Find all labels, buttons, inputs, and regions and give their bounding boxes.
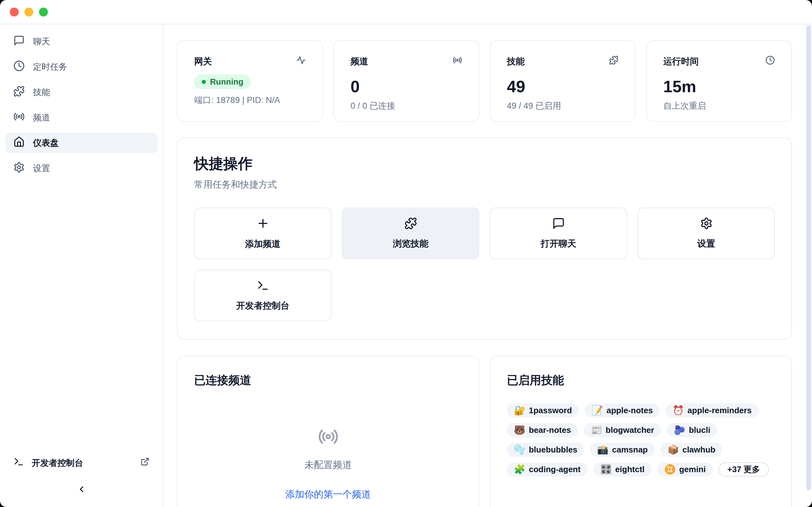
skill-emoji: 📸 bbox=[597, 445, 608, 454]
skill-name: blogwatcher bbox=[606, 425, 654, 435]
close-button[interactable] bbox=[10, 8, 19, 16]
bottom-row: 已连接频道 未配置频道 添加你的第一个频道 已启用技能 🔐1password 📝… bbox=[177, 355, 792, 507]
skill-name: apple-notes bbox=[606, 406, 653, 415]
skill-tag[interactable]: 🎛️eightctl bbox=[593, 462, 652, 476]
quick-actions-grid: 添加频道 浏览技能 打开聊天 bbox=[194, 208, 775, 321]
skill-tag[interactable]: 📝apple-notes bbox=[585, 403, 660, 418]
clock-icon bbox=[765, 55, 775, 66]
empty-text: 未配置频道 bbox=[305, 458, 352, 471]
sidebar-item-label: 设置 bbox=[33, 163, 50, 174]
skill-tag[interactable]: 📸camsnap bbox=[590, 443, 655, 457]
stat-title: 运行时间 bbox=[663, 55, 699, 67]
skill-emoji: 🧩 bbox=[514, 465, 525, 474]
radio-icon bbox=[318, 426, 339, 448]
skill-emoji: 🫐 bbox=[674, 426, 685, 435]
external-link-icon bbox=[141, 457, 149, 468]
main-content: 网关 Running 端口: 18789 | PID: N/A 频道 bbox=[163, 24, 812, 507]
skill-tag[interactable]: ⏰apple-reminders bbox=[665, 403, 758, 418]
skill-emoji: ⏰ bbox=[672, 406, 684, 415]
skill-tag[interactable]: 🔐1password bbox=[507, 403, 579, 418]
skill-tag[interactable]: 🧩coding-agent bbox=[507, 462, 588, 476]
quick-actions-subtitle: 常用任务和快捷方式 bbox=[194, 178, 775, 191]
connected-channels-card: 已连接频道 未配置频道 添加你的第一个频道 bbox=[177, 355, 479, 507]
stat-subtext: 端口: 18789 | PID: N/A bbox=[194, 95, 306, 106]
skill-emoji: 📰 bbox=[591, 426, 602, 435]
skill-name: clawhub bbox=[682, 445, 715, 455]
dev-console-label: 开发者控制台 bbox=[32, 457, 83, 469]
stat-title: 技能 bbox=[507, 55, 525, 67]
radio-icon bbox=[453, 55, 462, 66]
sidebar-item-dashboard[interactable]: 仪表盘 bbox=[5, 133, 158, 153]
puzzle-icon bbox=[609, 55, 618, 66]
more-skills-button[interactable]: +37 更多 bbox=[718, 462, 769, 476]
radio-icon bbox=[13, 111, 25, 124]
sidebar-item-label: 频道 bbox=[33, 112, 50, 123]
browse-skills-button[interactable]: 浏览技能 bbox=[342, 208, 479, 259]
sidebar-item-chat[interactable]: 聊天 bbox=[5, 32, 158, 52]
stat-subtext: 自上次重启 bbox=[663, 100, 775, 112]
skill-name: coding-agent bbox=[529, 464, 580, 474]
app-window: 聊天 定时任务 技能 频道 bbox=[0, 0, 812, 507]
zoom-button[interactable] bbox=[39, 8, 48, 16]
skill-tag[interactable]: 📦clawhub bbox=[660, 443, 722, 457]
status-label: Running bbox=[210, 77, 243, 87]
sidebar-item-settings[interactable]: 设置 bbox=[5, 158, 158, 178]
skill-name: eightctl bbox=[615, 464, 645, 474]
settings-button[interactable]: 设置 bbox=[638, 208, 775, 259]
add-first-channel-link[interactable]: 添加你的第一个频道 bbox=[286, 488, 371, 501]
stat-card-channels: 频道 0 0 / 0 已连接 bbox=[334, 40, 479, 122]
skill-name: bear-notes bbox=[529, 425, 571, 435]
stat-subtext: 0 / 0 已连接 bbox=[351, 100, 462, 112]
action-label: 设置 bbox=[698, 238, 715, 250]
quick-actions-panel: 快捷操作 常用任务和快捷方式 添加频道 浏览技能 bbox=[177, 137, 792, 340]
stat-card-uptime: 运行时间 15m 自上次重启 bbox=[646, 40, 792, 122]
scrollbar-thumb[interactable] bbox=[806, 25, 811, 491]
sidebar-item-label: 定时任务 bbox=[33, 61, 67, 72]
skill-name: camsnap bbox=[612, 445, 648, 455]
channels-empty-state: 未配置频道 添加你的第一个频道 bbox=[194, 426, 462, 501]
chat-icon bbox=[13, 35, 25, 49]
titlebar bbox=[0, 0, 812, 24]
terminal-icon bbox=[13, 456, 24, 469]
skill-tag[interactable]: 🫐blucli bbox=[667, 423, 717, 437]
skill-tag[interactable]: 📰blogwatcher bbox=[583, 423, 661, 437]
enabled-skills-title: 已启用技能 bbox=[507, 373, 775, 388]
skills-tag-list: 🔐1password 📝apple-notes ⏰apple-reminders… bbox=[507, 403, 775, 476]
dev-console-button[interactable]: 开发者控制台 bbox=[194, 270, 332, 321]
skill-emoji: ♊️ bbox=[664, 465, 676, 474]
quick-actions-title: 快捷操作 bbox=[194, 154, 775, 174]
skill-tag[interactable]: ♊️gemini bbox=[657, 462, 713, 476]
add-channel-button[interactable]: 添加频道 bbox=[194, 208, 332, 259]
connected-channels-title: 已连接频道 bbox=[194, 373, 462, 388]
sidebar-item-label: 聊天 bbox=[33, 36, 50, 47]
status-dot bbox=[202, 80, 206, 84]
stat-value: 15m bbox=[663, 78, 775, 95]
sidebar-item-label: 仪表盘 bbox=[33, 137, 59, 149]
minimize-button[interactable] bbox=[24, 8, 33, 16]
stat-title: 网关 bbox=[194, 55, 212, 67]
sidebar-item-channels[interactable]: 频道 bbox=[5, 107, 158, 128]
gear-icon bbox=[700, 217, 713, 232]
stat-card-skills: 技能 49 49 / 49 已启用 bbox=[490, 40, 636, 122]
skill-emoji: 🎛️ bbox=[600, 465, 612, 474]
skill-name: gemini bbox=[679, 464, 706, 474]
stat-value: 49 bbox=[507, 78, 618, 95]
skill-tag[interactable]: 🫧bluebubbles bbox=[507, 443, 584, 457]
sidebar-item-scheduled-tasks[interactable]: 定时任务 bbox=[5, 57, 158, 77]
skill-name: blucli bbox=[689, 425, 711, 435]
sidebar-collapse-button[interactable] bbox=[77, 485, 86, 495]
sidebar: 聊天 定时任务 技能 频道 bbox=[0, 24, 163, 507]
sidebar-item-skills[interactable]: 技能 bbox=[5, 82, 158, 102]
status-badge: Running bbox=[194, 74, 251, 89]
stat-subtext: 49 / 49 已启用 bbox=[507, 100, 618, 112]
stat-title: 频道 bbox=[351, 55, 368, 67]
sidebar-dev-console[interactable]: 开发者控制台 bbox=[5, 456, 158, 469]
home-icon bbox=[13, 136, 25, 150]
skill-tag[interactable]: 🐻bear-notes bbox=[507, 423, 578, 437]
action-label: 浏览技能 bbox=[393, 238, 428, 250]
action-label: 开发者控制台 bbox=[236, 300, 290, 312]
clock-icon bbox=[13, 60, 25, 74]
open-chat-button[interactable]: 打开聊天 bbox=[490, 208, 627, 259]
sidebar-item-label: 技能 bbox=[33, 87, 50, 98]
stat-card-gateway: 网关 Running 端口: 18789 | PID: N/A bbox=[177, 40, 323, 122]
